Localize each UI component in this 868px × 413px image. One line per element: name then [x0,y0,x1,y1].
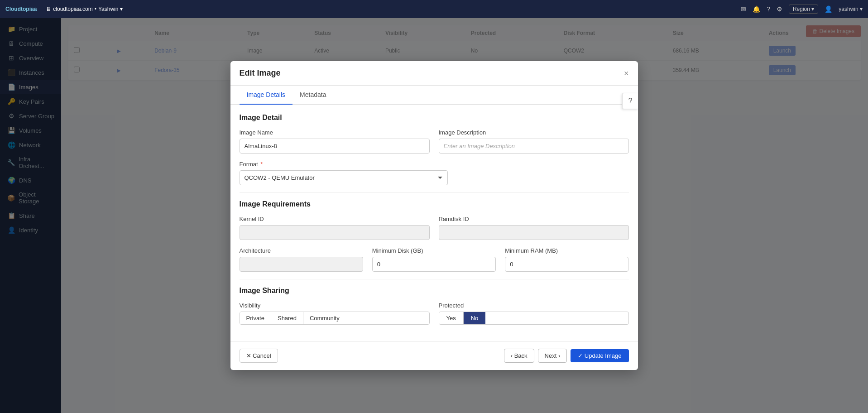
min-ram-label: Minimum RAM (MB) [505,247,628,254]
domain-info: 🖥 cloudtopiaa.com • Yashwin ▾ [46,6,123,12]
edit-image-modal: Edit Image × ? Image Details Metadata Im… [230,61,638,370]
arch-disk-ram-row: Architecture Minimum Disk (GB) Minimum R… [240,247,629,272]
region-label: Region [793,6,810,12]
domain-name: cloudtopiaa.com [53,6,92,12]
separator: • [95,6,96,12]
modal-body: Image Detail Image Name Image Descriptio… [230,105,638,341]
image-name-input[interactable] [240,139,430,154]
visibility-button-group: Private Shared Community [240,312,430,325]
modal-footer: ✕ Cancel ‹ Back Next › ✓ Update Image [230,341,638,370]
image-desc-input[interactable] [439,139,629,154]
image-detail-section-title: Image Detail [240,114,629,122]
kernel-id-label: Kernel ID [240,216,430,222]
image-desc-label: Image Description [439,129,629,136]
required-indicator: * [259,161,263,168]
architecture-group: Architecture [240,247,363,272]
visibility-group: Visibility Private Shared Community [240,302,430,325]
sharing-row: Visibility Private Shared Community Prot… [240,302,629,325]
settings-icon[interactable]: ⚙ [777,5,782,13]
next-button[interactable]: Next › [538,349,567,363]
visibility-private-button[interactable]: Private [240,312,271,324]
help-icon: ? [628,97,633,105]
update-image-button[interactable]: ✓ Update Image [571,349,628,362]
protected-button-group: Yes No [439,312,629,325]
section-divider [240,192,629,193]
min-disk-group: Minimum Disk (GB) [372,247,496,272]
ramdisk-id-label: Ramdisk ID [439,216,629,222]
help-button[interactable]: ? [622,93,638,109]
protected-yes-button[interactable]: Yes [439,312,464,324]
image-name-label: Image Name [240,129,430,136]
image-name-desc-row: Image Name Image Description [240,129,629,154]
format-label: Format * [240,161,448,168]
ramdisk-id-input[interactable] [439,225,629,240]
user-icon: 👤 [825,5,832,13]
back-button[interactable]: ‹ Back [504,349,534,363]
modal-overlay: Edit Image × ? Image Details Metadata Im… [0,18,868,413]
navbar-username: Yashwin [98,6,118,12]
min-disk-input[interactable] [372,257,496,272]
ramdisk-id-group: Ramdisk ID [439,216,629,240]
modal-title: Edit Image [240,68,281,78]
modal-close-button[interactable]: × [624,69,629,77]
format-group: Format * AKI - Amazon Kernel Image AMI -… [240,161,448,185]
chevron-down-icon: ▾ [120,6,123,12]
visibility-shared-button[interactable]: Shared [271,312,303,324]
bell-icon[interactable]: 🔔 [753,5,760,13]
protected-no-button[interactable]: No [464,312,486,324]
image-requirements-section-title: Image Requirements [240,200,629,208]
footer-left: ✕ Cancel [240,349,278,363]
architecture-input[interactable] [240,257,363,272]
modal-header: Edit Image × [230,61,638,86]
user-menu[interactable]: yashwin ▾ [839,6,863,12]
visibility-community-button[interactable]: Community [303,312,346,324]
kernel-id-group: Kernel ID [240,216,430,240]
region-selector[interactable]: Region ▾ [789,5,818,14]
brand-logo: Cloudtopiaa [5,6,37,12]
tab-label: Image Details [247,91,286,98]
format-row: Format * AKI - Amazon Kernel Image AMI -… [240,161,629,185]
cancel-button[interactable]: ✕ Cancel [240,349,278,363]
tab-metadata[interactable]: Metadata [293,86,333,105]
user-label: yashwin [839,6,858,12]
image-desc-group: Image Description [439,129,629,154]
protected-label: Protected [439,302,629,309]
architecture-label: Architecture [240,247,363,254]
min-ram-input[interactable] [505,257,628,272]
help-icon[interactable]: ? [767,5,770,13]
domain-icon: 🖥 [46,6,51,12]
mail-icon[interactable]: ✉ [741,5,746,13]
navbar: Cloudtopiaa 🖥 cloudtopiaa.com • Yashwin … [0,0,868,18]
protected-group: Protected Yes No [439,302,629,325]
kernel-ramdisk-row: Kernel ID Ramdisk ID [240,216,629,240]
image-sharing-section-title: Image Sharing [240,287,629,295]
min-ram-group: Minimum RAM (MB) [505,247,628,272]
tab-label: Metadata [300,91,326,98]
modal-tabs: Image Details Metadata [230,86,638,105]
tab-image-details[interactable]: Image Details [240,86,293,105]
min-disk-label: Minimum Disk (GB) [372,247,496,254]
image-name-group: Image Name [240,129,430,154]
navbar-right: ✉ 🔔 ? ⚙ Region ▾ 👤 yashwin ▾ [741,5,863,14]
footer-right: ‹ Back Next › ✓ Update Image [504,349,629,363]
format-select[interactable]: AKI - Amazon Kernel Image AMI - Amazon M… [240,170,448,185]
kernel-id-input[interactable] [240,225,430,240]
visibility-label: Visibility [240,302,430,309]
section-divider-2 [240,279,629,279]
